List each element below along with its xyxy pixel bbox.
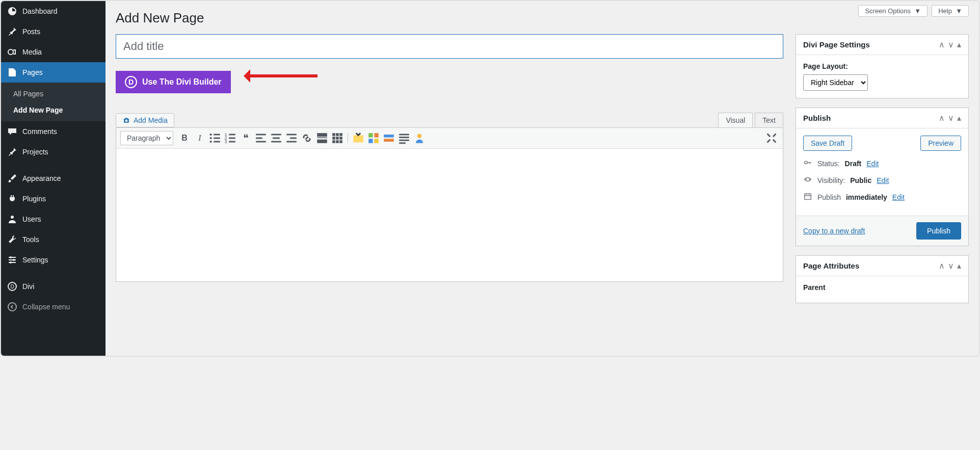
shortcode-button-5[interactable] <box>412 131 427 145</box>
svg-text:D: D <box>10 284 14 289</box>
edit-publish-date-link[interactable]: Edit <box>892 193 905 201</box>
tab-text[interactable]: Text <box>755 113 783 127</box>
shortcode-button-4[interactable] <box>397 131 411 145</box>
svg-rect-38 <box>339 137 342 140</box>
shortcode-button-2[interactable] <box>366 131 381 145</box>
menu-projects[interactable]: Projects <box>1 142 105 162</box>
align-right-button[interactable] <box>284 131 299 145</box>
menu-media[interactable]: Media <box>1 42 105 62</box>
svg-rect-55 <box>805 194 811 200</box>
submenu-add-new-page[interactable]: Add New Page <box>1 102 105 118</box>
blockquote-button[interactable]: ❝ <box>239 131 253 145</box>
help-button[interactable]: Help ▼ <box>932 5 969 17</box>
menu-posts[interactable]: Posts <box>1 21 105 42</box>
pin-icon <box>7 27 17 37</box>
svg-rect-47 <box>384 135 394 138</box>
copy-draft-link[interactable]: Copy to a new draft <box>803 227 865 235</box>
fullscreen-button[interactable] <box>764 131 779 145</box>
publish-date-label: Publish <box>817 193 841 201</box>
metabox-title: Page Attributes <box>803 261 859 270</box>
read-more-button[interactable] <box>315 131 329 145</box>
menu-label: Tools <box>22 235 39 244</box>
add-media-button[interactable]: Add Media <box>116 113 174 127</box>
dashboard-icon <box>7 6 17 16</box>
visibility-label: Visibility: <box>817 176 845 184</box>
move-up-icon[interactable]: ∧ <box>939 113 945 123</box>
svg-point-0 <box>8 49 13 55</box>
shortcode-button-1[interactable] <box>351 131 365 145</box>
menu-comments[interactable]: Comments <box>1 121 105 142</box>
save-draft-button[interactable]: Save Draft <box>803 136 852 151</box>
user-icon <box>7 214 17 224</box>
status-label: Status: <box>817 160 840 168</box>
publish-button[interactable]: Publish <box>916 222 961 240</box>
svg-rect-35 <box>339 133 342 136</box>
menu-label: Media <box>22 48 42 56</box>
menu-plugins[interactable]: Plugins <box>1 189 105 209</box>
svg-rect-22 <box>256 138 262 139</box>
camera-icon <box>122 116 130 124</box>
editor-box: Paragraph B I 123 ❝ <box>116 127 783 282</box>
move-down-icon[interactable]: ∨ <box>948 113 954 123</box>
svg-point-9 <box>210 134 212 136</box>
menu-pages[interactable]: Pages <box>1 62 105 83</box>
move-up-icon[interactable]: ∧ <box>939 261 945 271</box>
menu-label: Collapse menu <box>22 303 70 311</box>
screen-options-button[interactable]: Screen Options ▼ <box>858 5 928 17</box>
svg-rect-33 <box>332 133 335 136</box>
menu-users[interactable]: Users <box>1 209 105 229</box>
metabox-title: Divi Page Settings <box>803 40 870 49</box>
toggle-panel-icon[interactable]: ▴ <box>957 40 961 49</box>
toggle-panel-icon[interactable]: ▴ <box>957 113 961 123</box>
menu-label: Divi <box>22 282 34 290</box>
main-content: Screen Options ▼ Help ▼ Add New Page D U… <box>105 1 979 356</box>
tab-visual[interactable]: Visual <box>718 113 753 127</box>
status-value: Draft <box>845 160 862 168</box>
svg-rect-46 <box>374 139 378 143</box>
menu-settings[interactable]: Settings <box>1 250 105 270</box>
edit-status-link[interactable]: Edit <box>866 160 879 168</box>
submenu-all-pages[interactable]: All Pages <box>1 86 105 102</box>
divi-page-settings-metabox: Divi Page Settings ∧ ∨ ▴ Page Layout: Ri… <box>796 34 969 98</box>
bullet-list-button[interactable] <box>208 131 222 145</box>
editor-content-area[interactable] <box>116 149 783 281</box>
page-layout-select[interactable]: Right Sidebar <box>803 74 868 91</box>
toggle-panel-icon[interactable]: ▴ <box>957 261 961 271</box>
page-heading: Add New Page <box>116 10 969 26</box>
svg-rect-30 <box>317 133 327 137</box>
bold-button[interactable]: B <box>177 131 192 145</box>
preview-button[interactable]: Preview <box>920 136 961 151</box>
menu-tools[interactable]: Tools <box>1 229 105 250</box>
menu-dashboard[interactable]: Dashboard <box>1 1 105 21</box>
edit-visibility-link[interactable]: Edit <box>877 176 889 184</box>
svg-rect-16 <box>229 134 235 136</box>
shortcode-button-3[interactable] <box>382 131 396 145</box>
title-input[interactable] <box>116 34 783 59</box>
parent-label: Parent <box>803 283 961 292</box>
use-divi-builder-button[interactable]: D Use The Divi Builder <box>116 71 231 93</box>
link-button[interactable] <box>300 131 314 145</box>
move-down-icon[interactable]: ∨ <box>948 40 954 49</box>
svg-rect-48 <box>384 139 394 142</box>
svg-rect-50 <box>399 137 409 138</box>
move-down-icon[interactable]: ∨ <box>948 261 954 271</box>
menu-collapse[interactable]: Collapse menu <box>1 297 105 317</box>
toolbar-toggle-button[interactable] <box>330 131 345 145</box>
svg-rect-42 <box>353 135 363 142</box>
svg-rect-40 <box>336 140 339 143</box>
eye-icon <box>803 175 812 186</box>
italic-button[interactable]: I <box>193 131 207 145</box>
numbered-list-button[interactable]: 123 <box>223 131 237 145</box>
svg-rect-39 <box>332 140 335 143</box>
align-center-button[interactable] <box>269 131 283 145</box>
pages-icon <box>7 67 17 77</box>
menu-appearance[interactable]: Appearance <box>1 168 105 189</box>
svg-rect-14 <box>214 141 220 143</box>
wrench-icon <box>7 234 17 245</box>
align-left-button[interactable] <box>254 131 268 145</box>
menu-divi[interactable]: D Divi <box>1 276 105 297</box>
calendar-icon <box>803 192 812 202</box>
move-up-icon[interactable]: ∧ <box>939 40 945 49</box>
format-select[interactable]: Paragraph <box>120 131 173 145</box>
pin-icon <box>7 147 17 157</box>
